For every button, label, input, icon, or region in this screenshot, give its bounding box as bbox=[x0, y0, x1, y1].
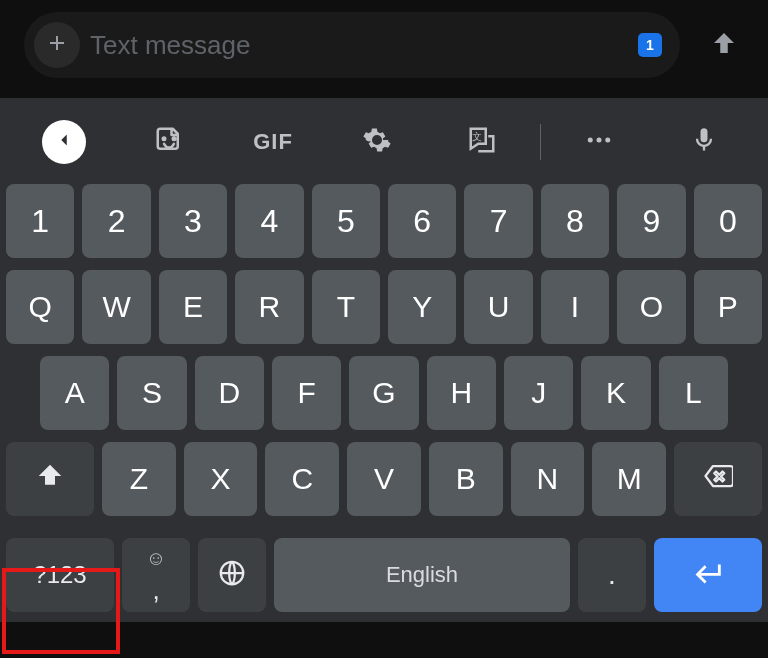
period-key[interactable]: . bbox=[578, 538, 646, 612]
key-l[interactable]: L bbox=[659, 356, 728, 430]
enter-key[interactable] bbox=[654, 538, 762, 612]
compose-bar: Text message 1 bbox=[0, 0, 768, 98]
key-9[interactable]: 9 bbox=[617, 184, 685, 258]
key-o[interactable]: O bbox=[617, 270, 685, 344]
key-e[interactable]: E bbox=[159, 270, 227, 344]
keyboard-keys: 1 2 3 4 5 6 7 8 9 0 Q W E R T Y U I O P … bbox=[0, 178, 768, 538]
keyboard-function-row: GIF 文 bbox=[0, 106, 768, 178]
mic-icon bbox=[690, 126, 718, 158]
plus-icon bbox=[45, 31, 69, 59]
sticker-button[interactable] bbox=[116, 106, 220, 178]
separator bbox=[540, 124, 541, 160]
more-icon bbox=[584, 125, 614, 159]
key-d[interactable]: D bbox=[195, 356, 264, 430]
key-g[interactable]: G bbox=[349, 356, 418, 430]
svg-text:文: 文 bbox=[472, 131, 482, 142]
keyboard: GIF 文 1 2 3 4 5 bbox=[0, 98, 768, 622]
key-j[interactable]: J bbox=[504, 356, 573, 430]
emoji-icon: ☺ bbox=[146, 548, 166, 568]
home-letter-row: A S D F G H J K L bbox=[6, 356, 762, 430]
key-z[interactable]: Z bbox=[102, 442, 176, 516]
key-6[interactable]: 6 bbox=[388, 184, 456, 258]
shift-key[interactable] bbox=[6, 442, 94, 516]
message-placeholder: Text message bbox=[90, 30, 628, 61]
key-p[interactable]: P bbox=[694, 270, 762, 344]
translate-icon: 文 bbox=[467, 125, 497, 159]
key-h[interactable]: H bbox=[427, 356, 496, 430]
gif-button[interactable]: GIF bbox=[221, 106, 325, 178]
key-m[interactable]: M bbox=[592, 442, 666, 516]
number-row: 1 2 3 4 5 6 7 8 9 0 bbox=[6, 184, 762, 258]
key-n[interactable]: N bbox=[511, 442, 585, 516]
comma-label: , bbox=[152, 575, 159, 606]
top-letter-row: Q W E R T Y U I O P bbox=[6, 270, 762, 344]
key-q[interactable]: Q bbox=[6, 270, 74, 344]
key-2[interactable]: 2 bbox=[82, 184, 150, 258]
key-7[interactable]: 7 bbox=[464, 184, 532, 258]
spacebar-row: ?123 ☺ , English . bbox=[0, 538, 768, 622]
key-y[interactable]: Y bbox=[388, 270, 456, 344]
language-key[interactable] bbox=[198, 538, 266, 612]
shift-icon bbox=[35, 461, 65, 498]
key-f[interactable]: F bbox=[272, 356, 341, 430]
sim-badge[interactable]: 1 bbox=[638, 33, 662, 57]
send-button[interactable] bbox=[704, 25, 744, 65]
key-4[interactable]: 4 bbox=[235, 184, 303, 258]
spacebar[interactable]: English bbox=[274, 538, 570, 612]
key-5[interactable]: 5 bbox=[312, 184, 380, 258]
enter-icon bbox=[691, 556, 725, 594]
key-3[interactable]: 3 bbox=[159, 184, 227, 258]
svg-point-2 bbox=[597, 138, 602, 143]
key-8[interactable]: 8 bbox=[541, 184, 609, 258]
key-b[interactable]: B bbox=[429, 442, 503, 516]
emoji-key[interactable]: ☺ , bbox=[122, 538, 190, 612]
key-1[interactable]: 1 bbox=[6, 184, 74, 258]
symbols-key[interactable]: ?123 bbox=[6, 538, 114, 612]
sticker-icon bbox=[154, 125, 184, 159]
bottom-letter-row: Z X C V B N M bbox=[6, 442, 762, 516]
key-r[interactable]: R bbox=[235, 270, 303, 344]
key-x[interactable]: X bbox=[184, 442, 258, 516]
key-v[interactable]: V bbox=[347, 442, 421, 516]
key-k[interactable]: K bbox=[581, 356, 650, 430]
key-0[interactable]: 0 bbox=[694, 184, 762, 258]
key-i[interactable]: I bbox=[541, 270, 609, 344]
key-u[interactable]: U bbox=[464, 270, 532, 344]
arrow-up-icon bbox=[709, 28, 739, 62]
voice-button[interactable] bbox=[652, 106, 756, 178]
backspace-key[interactable] bbox=[674, 442, 762, 516]
key-w[interactable]: W bbox=[82, 270, 150, 344]
settings-button[interactable] bbox=[325, 106, 429, 178]
key-t[interactable]: T bbox=[312, 270, 380, 344]
svg-point-1 bbox=[588, 138, 593, 143]
gear-icon bbox=[362, 125, 392, 159]
key-a[interactable]: A bbox=[40, 356, 109, 430]
key-c[interactable]: C bbox=[265, 442, 339, 516]
svg-point-3 bbox=[606, 138, 611, 143]
gif-label: GIF bbox=[253, 129, 293, 155]
globe-icon bbox=[217, 558, 247, 592]
translate-button[interactable]: 文 bbox=[430, 106, 534, 178]
keyboard-back-button[interactable] bbox=[12, 106, 116, 178]
message-input-pill[interactable]: Text message 1 bbox=[24, 12, 680, 78]
chevron-left-icon bbox=[53, 129, 75, 155]
more-button[interactable] bbox=[547, 106, 651, 178]
backspace-icon bbox=[703, 461, 733, 498]
key-s[interactable]: S bbox=[117, 356, 186, 430]
attach-button[interactable] bbox=[34, 22, 80, 68]
